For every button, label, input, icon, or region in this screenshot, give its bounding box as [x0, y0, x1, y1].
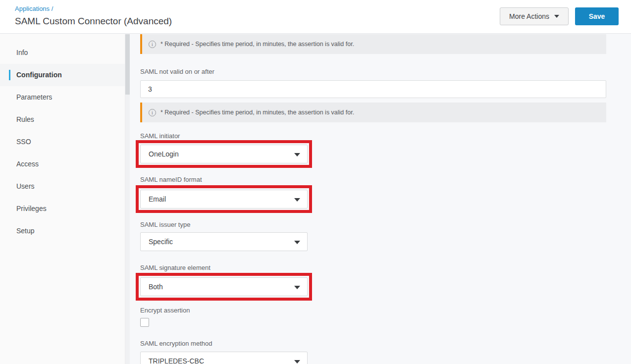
- saml-issuer-value: Specific: [149, 238, 173, 246]
- app-window: Applications / SAML Custom Connector (Ad…: [0, 0, 631, 364]
- info-icon: i: [149, 41, 156, 48]
- saml-nameid-dropdown[interactable]: Email: [140, 190, 308, 208]
- sidebar-item-privileges[interactable]: Privileges: [0, 198, 125, 220]
- saml-signature-value: Both: [149, 283, 163, 291]
- info-icon: i: [149, 109, 156, 116]
- more-actions-label: More Actions: [509, 12, 549, 20]
- required-note-text: * Required - Specifies time period, in m…: [160, 41, 354, 48]
- sidebar-item-configuration[interactable]: Configuration: [0, 64, 125, 86]
- saml-encryption-method-label: SAML encryption method: [140, 340, 631, 347]
- more-actions-button[interactable]: More Actions: [500, 7, 569, 25]
- vertical-scrollbar-track[interactable]: [125, 34, 130, 364]
- vertical-scrollbar-thumb[interactable]: [125, 34, 130, 95]
- saml-not-valid-input[interactable]: [140, 80, 606, 98]
- saml-initiator-label: SAML initiator: [140, 132, 631, 140]
- saml-signature-dropdown[interactable]: Both: [140, 277, 308, 296]
- sidebar-item-sso[interactable]: SSO: [0, 131, 125, 153]
- chevron-down-icon: [294, 286, 300, 289]
- encrypt-assertion-checkbox[interactable]: [140, 318, 149, 327]
- sidebar-item-rules[interactable]: Rules: [0, 108, 125, 131]
- saml-issuer-label: SAML issuer type: [140, 221, 631, 228]
- breadcrumb[interactable]: Applications /: [15, 5, 53, 12]
- chevron-down-icon: [294, 198, 300, 202]
- saml-initiator-value: OneLogin: [149, 150, 179, 158]
- page-header: Applications / SAML Custom Connector (Ad…: [0, 0, 631, 34]
- annotation-box-initiator: OneLogin: [136, 140, 312, 168]
- annotation-box-nameid: Email: [136, 185, 312, 213]
- save-button[interactable]: Save: [575, 7, 619, 25]
- saml-signature-label: SAML signature element: [140, 264, 631, 271]
- annotation-box-signature: Both: [136, 273, 312, 301]
- required-note-banner-mid: i * Required - Specifies time period, in…: [140, 103, 606, 122]
- chevron-down-icon: [554, 15, 559, 18]
- saml-encryption-method-dropdown[interactable]: TRIPLEDES-CBC: [140, 352, 308, 364]
- saml-nameid-value: Email: [149, 195, 166, 203]
- chevron-down-icon: [294, 241, 300, 244]
- saml-encryption-method-value: TRIPLEDES-CBC: [149, 357, 204, 364]
- saml-not-valid-label: SAML not valid on or after: [140, 68, 631, 75]
- saml-issuer-dropdown[interactable]: Specific: [140, 232, 308, 251]
- sidebar-item-parameters[interactable]: Parameters: [0, 86, 125, 108]
- required-note-banner-top: i * Required - Specifies time period, in…: [140, 34, 606, 54]
- chevron-down-icon: [294, 153, 300, 156]
- sidebar-item-users[interactable]: Users: [0, 175, 125, 198]
- saml-nameid-label: SAML nameID format: [140, 176, 631, 183]
- sidebar-item-setup[interactable]: Setup: [0, 220, 125, 242]
- chevron-down-icon: [294, 360, 300, 364]
- saml-initiator-dropdown[interactable]: OneLogin: [140, 145, 308, 163]
- required-note-text: * Required - Specifies time period, in m…: [160, 109, 354, 116]
- page-title: SAML Custom Connector (Advanced): [15, 16, 172, 27]
- sidebar-item-access[interactable]: Access: [0, 153, 125, 175]
- sidebar-nav: Info Configuration Parameters Rules SSO …: [0, 34, 125, 364]
- sidebar-item-info[interactable]: Info: [0, 42, 125, 64]
- encrypt-assertion-label: Encrypt assertion: [140, 307, 631, 314]
- configuration-form: i * Required - Specifies time period, in…: [130, 34, 631, 364]
